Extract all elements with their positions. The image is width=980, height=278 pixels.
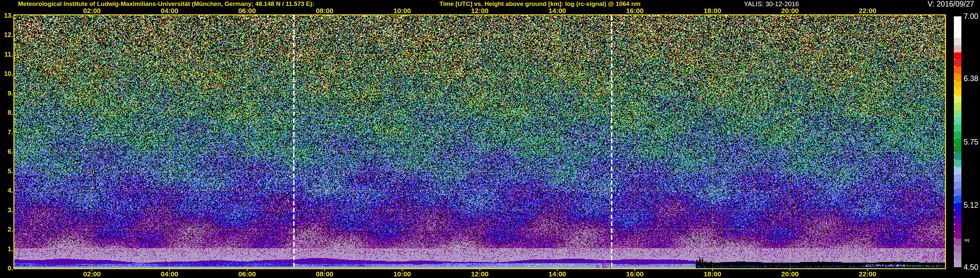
y-tick-label: 10. [0, 70, 13, 78]
plot-title: Time [UTC] vs. Height above ground [km]:… [439, 0, 641, 8]
x-tick-mark-bottom [867, 269, 868, 271]
x-tick-mark-bottom [169, 269, 170, 271]
colorbar-eq-note: eq [965, 238, 969, 242]
y-tick-label: 5. [0, 167, 13, 175]
x-tick-label-bottom: 10:00 [387, 270, 418, 278]
stage: Meteorological Institute of Ludwig-Maxim… [0, 0, 980, 278]
x-tick-label-top: 22:00 [852, 7, 883, 14]
x-tick-label-bottom: 12:00 [464, 270, 496, 278]
x-tick-label-bottom: 20:00 [774, 270, 805, 278]
colorbar-tick-label: 5.75 [964, 138, 980, 146]
x-tick-label-top: 08:00 [309, 7, 340, 14]
x-tick-label-top: 12:00 [464, 7, 496, 14]
x-tick-mark-bottom [480, 269, 480, 271]
y-tick-label: 1. [0, 245, 13, 253]
x-tick-label-top: 18:00 [697, 7, 728, 14]
x-tick-label-bottom: 14:00 [542, 270, 573, 278]
plot-frame [13, 14, 946, 269]
x-tick-label-top: 14:00 [542, 7, 573, 14]
x-tick-label-bottom: 22:00 [852, 270, 883, 278]
signal-heatmap-canvas [14, 15, 945, 268]
y-tick-label: 0. [0, 264, 13, 272]
y-tick-label: 3. [0, 206, 13, 214]
x-tick-mark-bottom [789, 269, 790, 271]
colorbar-tick-label: 5.12 [964, 201, 980, 209]
colorbar-tick-label: 7.00 [964, 12, 980, 21]
x-tick-mark-bottom [557, 269, 558, 271]
x-tick-mark-bottom [325, 269, 325, 271]
x-tick-label-top: 04:00 [154, 7, 185, 14]
colorbar-tick-label: 6.38 [964, 74, 980, 83]
x-tick-label-top: 20:00 [774, 7, 805, 14]
y-tick-label: 12. [0, 31, 13, 38]
x-tick-label-bottom: 08:00 [309, 270, 340, 278]
x-tick-label-bottom: 04:00 [154, 270, 185, 278]
x-tick-mark-bottom [635, 269, 635, 271]
x-tick-label-bottom: 18:00 [697, 270, 728, 278]
y-tick-label: 9. [0, 89, 13, 97]
x-tick-mark-bottom [402, 269, 402, 271]
instrument-date-label: YALIS: 30-12-2016 [744, 0, 799, 8]
x-tick-label-bottom: 16:00 [619, 270, 651, 278]
x-tick-mark-bottom [91, 269, 92, 271]
x-tick-mark-bottom [712, 269, 713, 271]
x-tick-mark-bottom [247, 269, 247, 271]
x-tick-label-bottom: 02:00 [76, 270, 108, 278]
y-tick-label: 7. [0, 128, 13, 136]
y-tick-label: 2. [0, 225, 13, 233]
station-title: Meteorological Institute of Ludwig-Maxim… [18, 0, 314, 8]
version-label: V: 2016/09/27 [928, 0, 974, 8]
colorbar-tick-label: 4.50 [964, 263, 980, 272]
quicklook-root: { "header": { "station_title": "Meteorol… [0, 0, 980, 278]
y-tick-label: 8. [0, 109, 13, 117]
y-tick-label: 4. [0, 187, 13, 194]
x-tick-label-bottom: 06:00 [231, 270, 262, 278]
x-tick-label-top: 02:00 [76, 7, 108, 14]
x-tick-label-top: 16:00 [619, 7, 651, 14]
x-tick-label-top: 06:00 [231, 7, 262, 14]
colorbar-canvas [954, 16, 961, 267]
y-tick-label: 6. [0, 147, 13, 155]
x-tick-label-top: 10:00 [387, 7, 418, 14]
y-tick-label: 13. [0, 11, 13, 19]
y-tick-label: 11. [0, 50, 13, 58]
